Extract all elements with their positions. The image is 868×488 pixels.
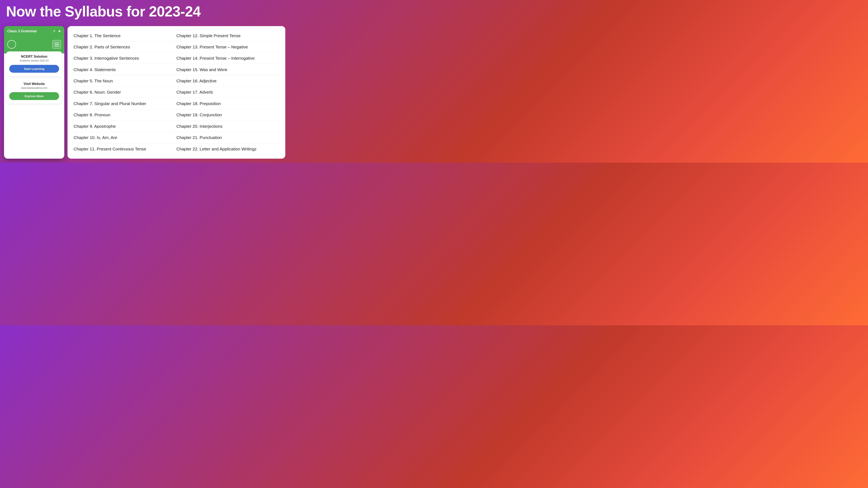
chapter-item[interactable]: Chapter 8. Pronoun [73,109,177,121]
chapter-list: Chapter 1. The SentenceChapter 12. Simpl… [67,26,285,159]
ncert-subtitle: Academic session 2023-24 [9,59,59,62]
share-icon[interactable]: ↗ [53,29,56,33]
list-line-3 [54,46,59,46]
chapter-item[interactable]: Chapter 22. Letter and Application Writi… [177,143,279,155]
chapter-item[interactable]: Chapter 20. Interjections [177,121,279,132]
chapter-item[interactable]: Chapter 10. Is, Am, Are [73,132,177,143]
chapter-item[interactable]: Chapter 12. Simple Present Tense [177,30,279,41]
ncert-card: NCERT Solution Academic session 2023-24 … [6,52,62,76]
start-learning-button[interactable]: Start Learning [9,65,59,73]
phone-header-icons: ↗ ★ [53,29,61,33]
chapter-item[interactable]: Chapter 19. Conjunction [177,109,279,121]
chapter-item[interactable]: Chapter 6. Noun: Gender [73,87,177,98]
chapter-item[interactable]: Chapter 4. Statements [73,64,177,75]
phone-header: Class 3 Grammar ↗ ★ [4,26,64,35]
chapter-item[interactable]: Chapter 5. The Noun [73,75,177,87]
ncert-title: NCERT Solution [9,55,59,59]
explore-more-button[interactable]: Explore More [9,92,59,100]
chapter-item[interactable]: Chapter 9. Apostrophe [73,121,177,132]
chapter-item[interactable]: Chapter 7. Singular and Plural Number [73,98,177,109]
chapter-item[interactable]: Chapter 14. Present Tense – Interrogativ… [177,53,279,64]
chapter-item[interactable]: Chapter 2. Parts of Sentences [73,41,177,53]
chapter-item[interactable]: Chapter 1. The Sentence [73,30,177,41]
chapter-item[interactable]: Chapter 18. Preposition [177,98,279,109]
chapter-item[interactable]: Chapter 21. Punctuation [177,132,279,143]
chapter-item[interactable]: Chapter 17. Adverb [177,87,279,98]
visit-url: www.tiwariacademy.com [9,87,59,89]
star-icon[interactable]: ★ [58,29,61,33]
main-content: Class 3 Grammar ↗ ★ NCERT Solution Acade… [4,26,285,159]
visit-card: Visit Website www.tiwariacademy.com Expl… [6,79,62,104]
phone-header-title: Class 3 Grammar [7,29,37,33]
visit-title: Visit Website [9,82,59,86]
phone-green-area [4,35,64,54]
chapter-item[interactable]: Chapter 15. Was and Were [177,64,279,75]
list-view-icon[interactable] [52,40,61,49]
page-title: Now the Syllabus for 2023-24 [0,0,289,22]
profile-circle-icon [7,40,16,49]
list-line-2 [54,44,59,45]
chapter-item[interactable]: Chapter 16. Adjective [177,75,279,87]
chapter-item[interactable]: Chapter 11. Present Continuous Tense [73,143,177,155]
chapter-item[interactable]: Chapter 13. Present Tense – Negative [177,41,279,53]
phone-mockup: Class 3 Grammar ↗ ★ NCERT Solution Acade… [4,26,64,159]
chapter-item[interactable]: Chapter 3. Interrogative Sentences [73,53,177,64]
list-line-1 [54,42,59,43]
